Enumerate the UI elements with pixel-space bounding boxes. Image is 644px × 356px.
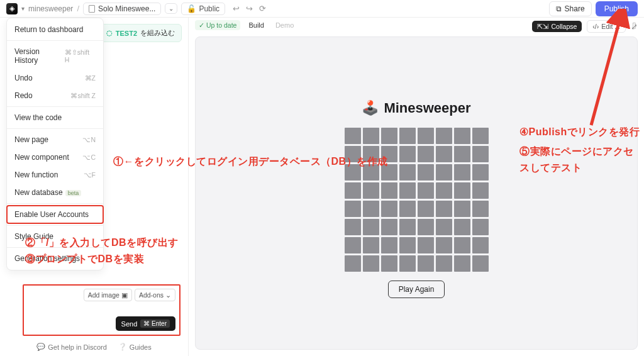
grid-cell[interactable] — [381, 201, 397, 217]
undo-icon[interactable]: ↩ — [233, 4, 240, 13]
grid-cell[interactable] — [381, 146, 397, 162]
menu-return-dashboard[interactable]: Return to dashboard — [7, 21, 103, 38]
tab-demo[interactable]: Demo — [272, 20, 297, 30]
grid-cell[interactable] — [381, 182, 397, 199]
grid-cell[interactable] — [472, 128, 489, 144]
grid-cell[interactable] — [399, 182, 416, 199]
grid-cell[interactable] — [381, 237, 397, 253]
grid-cell[interactable] — [472, 164, 489, 181]
tab-build[interactable]: Build — [245, 20, 267, 30]
grid-cell[interactable] — [454, 164, 470, 181]
menu-version-history[interactable]: Version History⌘⇧shift H — [7, 43, 103, 69]
grid-cell[interactable] — [418, 164, 434, 181]
redo-icon[interactable]: ↪ — [246, 4, 253, 13]
grid-cell[interactable] — [454, 255, 470, 272]
grid-cell[interactable] — [363, 201, 379, 217]
grid-cell[interactable] — [454, 128, 470, 144]
add-image-button[interactable]: Add image▣ — [84, 289, 132, 301]
grid-cell[interactable] — [436, 237, 452, 253]
menu-generation-settings[interactable]: Generation settings — [7, 250, 103, 267]
grid-cell[interactable] — [472, 255, 489, 272]
grid-cell[interactable] — [436, 182, 452, 199]
grid-cell[interactable] — [345, 219, 361, 235]
menu-style-guide[interactable]: Style Guide — [7, 228, 103, 245]
menu-view-code[interactable]: View the code — [7, 109, 103, 126]
minesweeper-grid[interactable] — [345, 128, 489, 272]
grid-cell[interactable] — [418, 219, 434, 235]
menu-new-function[interactable]: New function⌥F — [7, 166, 103, 184]
grid-cell[interactable] — [381, 219, 397, 235]
grid-cell[interactable] — [472, 237, 489, 253]
page-selector[interactable]: Solo Mineswee... — [83, 3, 161, 15]
grid-cell[interactable] — [454, 182, 470, 199]
grid-cell[interactable] — [399, 237, 416, 253]
grid-cell[interactable] — [418, 146, 434, 162]
grid-cell[interactable] — [454, 219, 470, 235]
menu-new-database[interactable]: New databasebeta — [7, 184, 103, 201]
menu-enable-user-accounts[interactable]: Enable User Accounts — [7, 206, 103, 223]
expand-icon[interactable]: ⤢ — [631, 22, 638, 31]
grid-cell[interactable] — [418, 201, 434, 217]
visibility-pill[interactable]: 🔓 Public — [181, 3, 225, 15]
test-chip[interactable]: ◌ TEST2 を組み込む — [99, 24, 182, 42]
grid-cell[interactable] — [399, 219, 416, 235]
discord-link[interactable]: 💬Get help in Discord — [36, 343, 107, 351]
grid-cell[interactable] — [436, 219, 452, 235]
grid-cell[interactable] — [381, 128, 397, 144]
grid-cell[interactable] — [345, 237, 361, 253]
grid-cell[interactable] — [399, 164, 416, 181]
play-again-button[interactable]: Play Again — [388, 281, 445, 298]
share-button[interactable]: ⧉ Share — [549, 1, 592, 16]
grid-cell[interactable] — [436, 146, 452, 162]
collapse-button[interactable]: ⇱⇲Collapse — [532, 21, 582, 32]
menu-new-page[interactable]: New page⌥N — [7, 131, 103, 148]
chevron-down-icon[interactable]: ▾ — [21, 5, 25, 12]
grid-cell[interactable] — [454, 146, 470, 162]
grid-cell[interactable] — [472, 219, 489, 235]
grid-cell[interactable] — [363, 182, 379, 199]
grid-cell[interactable] — [363, 255, 379, 272]
grid-cell[interactable] — [363, 219, 379, 235]
grid-cell[interactable] — [345, 182, 361, 199]
project-name[interactable]: minesweeper — [28, 4, 73, 13]
grid-cell[interactable] — [363, 146, 379, 162]
grid-cell[interactable] — [454, 201, 470, 217]
addons-button[interactable]: Add-ons⌄ — [135, 289, 175, 301]
publish-button[interactable]: Publish — [596, 1, 638, 16]
send-button[interactable]: Send ⌘ Enter — [116, 316, 175, 331]
grid-cell[interactable] — [436, 201, 452, 217]
grid-cell[interactable] — [381, 164, 397, 181]
grid-cell[interactable] — [418, 237, 434, 253]
menu-new-component[interactable]: New component⌥C — [7, 148, 103, 166]
grid-cell[interactable] — [436, 255, 452, 272]
grid-cell[interactable] — [454, 237, 470, 253]
grid-cell[interactable] — [472, 182, 489, 199]
menu-redo[interactable]: Redo⌘shift Z — [7, 87, 103, 104]
grid-cell[interactable] — [418, 255, 434, 272]
grid-cell[interactable] — [363, 128, 379, 144]
grid-cell[interactable] — [363, 237, 379, 253]
grid-cell[interactable] — [345, 128, 361, 144]
grid-cell[interactable] — [399, 128, 416, 144]
grid-cell[interactable] — [345, 255, 361, 272]
grid-cell[interactable] — [472, 201, 489, 217]
grid-cell[interactable] — [436, 164, 452, 181]
grid-cell[interactable] — [399, 255, 416, 272]
menu-undo[interactable]: Undo⌘Z — [7, 69, 103, 87]
grid-cell[interactable] — [345, 201, 361, 217]
grid-cell[interactable] — [418, 128, 434, 144]
guides-link[interactable]: ❔Guides — [118, 343, 152, 351]
grid-cell[interactable] — [363, 164, 379, 181]
grid-cell[interactable] — [381, 255, 397, 272]
edit-button[interactable]: ‹/›Edit ... — [587, 20, 626, 33]
grid-cell[interactable] — [418, 182, 434, 199]
grid-cell[interactable] — [345, 146, 361, 162]
refresh-icon[interactable]: ⟳ — [259, 4, 266, 13]
app-logo[interactable]: ◈ — [6, 3, 18, 14]
grid-cell[interactable] — [472, 146, 489, 162]
prompt-input-area[interactable]: Add image▣ Add-ons⌄ Send ⌘ Enter — [23, 284, 180, 336]
grid-cell[interactable] — [399, 146, 416, 162]
page-dropdown[interactable]: ⌄ — [165, 3, 177, 14]
grid-cell[interactable] — [345, 164, 361, 181]
grid-cell[interactable] — [436, 128, 452, 144]
